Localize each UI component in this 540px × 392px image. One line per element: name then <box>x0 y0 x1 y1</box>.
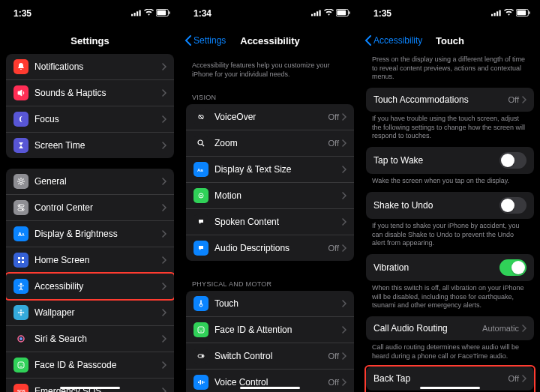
row-label: General <box>34 176 162 187</box>
row-wrapper: Call Audio RoutingAutomaticCall audio ro… <box>366 316 534 367</box>
toggle-switch[interactable] <box>500 259 526 276</box>
row-label: Switch Control <box>214 351 328 361</box>
svg-point-22 <box>18 312 20 314</box>
battery-icon <box>516 8 531 19</box>
settings-row[interactable]: Touch <box>186 291 354 317</box>
moon-icon <box>14 112 28 127</box>
settings-row[interactable]: Switch ControlOff <box>186 343 354 370</box>
row-label: Vibration <box>374 262 500 273</box>
settings-group: Call Audio RoutingAutomatic <box>366 316 534 340</box>
home-indicator[interactable] <box>240 387 300 389</box>
status-time: 1:35 <box>374 8 392 19</box>
settings-row[interactable]: Vibration <box>366 254 534 281</box>
svg-rect-51 <box>198 382 200 383</box>
row-label: Spoken Content <box>214 217 342 227</box>
svg-rect-74 <box>529 11 530 14</box>
settings-row[interactable]: AADisplay & Brightness <box>6 221 174 247</box>
row-label: Call Audio Routing <box>374 323 482 334</box>
row-value: Off <box>328 378 339 387</box>
hourglass-icon <box>14 138 28 153</box>
svg-rect-3 <box>140 10 141 16</box>
back-button[interactable]: Accessibility <box>364 35 422 46</box>
chevron-right-icon <box>162 361 166 369</box>
aa-icon: Aa <box>194 162 208 177</box>
settings-row[interactable]: Face ID & Attention <box>186 317 354 343</box>
row-value: Off <box>328 244 339 253</box>
settings-row[interactable]: Sounds & Haptics <box>6 80 174 106</box>
settings-row[interactable]: Shake to Undo <box>366 192 534 219</box>
settings-row[interactable]: Audio DescriptionsOff <box>186 235 354 261</box>
svg-point-27 <box>20 364 20 364</box>
grid-icon <box>14 253 28 268</box>
speaker-icon <box>14 85 28 100</box>
svg-point-9 <box>19 205 20 207</box>
home-indicator[interactable] <box>420 387 480 389</box>
svg-text:A: A <box>22 232 25 237</box>
accessibility-content[interactable]: Accessibility features help you customiz… <box>180 54 360 392</box>
row-label: Wallpaper <box>34 307 162 318</box>
svg-rect-70 <box>496 11 498 16</box>
switches-icon <box>14 200 28 215</box>
accessibility-icon <box>14 279 28 294</box>
svg-rect-52 <box>200 380 202 385</box>
chevron-right-icon <box>342 192 346 199</box>
settings-row[interactable]: Face ID & Passcode <box>6 352 174 379</box>
settings-row[interactable]: Accessibility <box>6 274 174 300</box>
svg-rect-33 <box>311 14 313 16</box>
settings-row[interactable]: Call Audio RoutingAutomatic <box>366 316 534 340</box>
settings-row[interactable]: General <box>6 169 174 195</box>
section-header: VISION <box>186 85 354 104</box>
row-label: Motion <box>214 190 342 201</box>
settings-row[interactable]: Control Center <box>6 195 174 221</box>
note-text: When this switch is off, all vibration o… <box>366 281 534 316</box>
settings-row[interactable]: Tap to Wake <box>366 147 534 174</box>
touch-content[interactable]: Press on the display using a different l… <box>360 54 540 392</box>
settings-row[interactable]: Screen Time <box>6 133 174 158</box>
home-indicator[interactable] <box>60 387 120 389</box>
settings-content[interactable]: NotificationsSounds & HapticsFocusScreen… <box>0 54 180 392</box>
settings-row[interactable]: SOSEmergency SOS <box>6 379 174 392</box>
chevron-right-icon <box>162 388 166 392</box>
row-label: Shake to Undo <box>374 200 500 211</box>
row-label: Face ID & Passcode <box>34 360 162 370</box>
settings-row[interactable]: Focus <box>6 106 174 133</box>
settings-row[interactable]: Wallpaper <box>6 300 174 326</box>
settings-row[interactable]: Notifications <box>6 54 174 80</box>
row-label: Touch <box>214 298 342 309</box>
chevron-right-icon <box>162 89 166 97</box>
row-label: Screen Time <box>34 140 162 151</box>
svg-rect-68 <box>491 14 493 16</box>
toggle-switch[interactable] <box>500 152 526 169</box>
back-button[interactable]: Settings <box>184 35 226 46</box>
settings-row[interactable]: AaDisplay & Text Size <box>186 157 354 183</box>
settings-row[interactable]: VoiceOverOff <box>186 104 354 130</box>
svg-rect-16 <box>18 261 20 263</box>
status-bar: 1:35 <box>360 0 540 27</box>
settings-row[interactable]: Spoken Content <box>186 209 354 235</box>
settings-row[interactable]: ZoomOff <box>186 130 354 157</box>
settings-row[interactable]: Touch AccommodationsOff <box>366 88 534 112</box>
flower-icon <box>14 305 28 320</box>
chevron-right-icon <box>342 139 346 147</box>
signal-icon <box>131 8 142 19</box>
row-label: Siri & Search <box>34 334 162 344</box>
row-label: Control Center <box>34 202 162 213</box>
row-value: Off <box>328 352 339 361</box>
settings-row[interactable]: Home Screen <box>6 247 174 274</box>
toggle-switch[interactable] <box>500 197 526 214</box>
svg-rect-1 <box>134 13 136 16</box>
chevron-right-icon <box>162 115 166 123</box>
svg-point-25 <box>20 337 22 340</box>
nav-bar: Settings Accessibility <box>180 27 360 54</box>
chevron-right-icon <box>162 309 166 316</box>
row-value: Off <box>508 374 519 383</box>
settings-row[interactable]: Motion <box>186 183 354 209</box>
faceid-icon <box>14 358 28 373</box>
chevron-right-icon <box>342 166 346 173</box>
motion-icon <box>194 188 208 203</box>
gear-icon <box>14 174 28 189</box>
svg-point-47 <box>200 329 200 330</box>
svg-rect-39 <box>349 11 350 14</box>
text-size-icon: AA <box>14 226 28 241</box>
settings-row[interactable]: Siri & Search <box>6 326 174 352</box>
